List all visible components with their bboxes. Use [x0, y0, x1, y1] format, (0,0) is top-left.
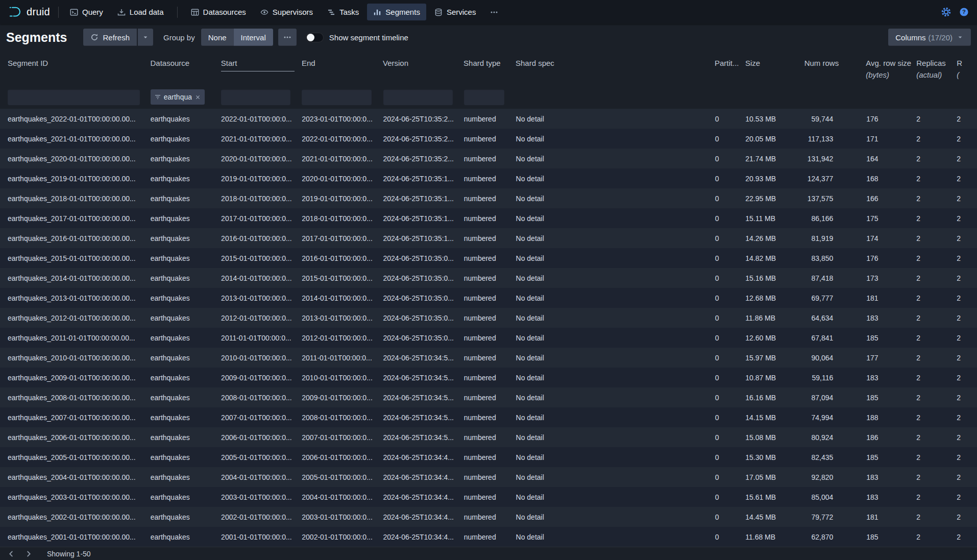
version-filter-input[interactable] [383, 89, 453, 105]
column-sublabel: (actual) [916, 70, 949, 79]
cell-segment_id: earthquakes_2014-01-01T00:00:00.00... [8, 274, 151, 282]
cell-datasource: earthquakes [151, 334, 221, 342]
toggle-switch[interactable] [306, 33, 324, 42]
chevron-left-icon [7, 550, 15, 558]
cell-avg_row_size: 181 [866, 294, 916, 302]
group-by-interval-button[interactable]: Interval [234, 29, 273, 46]
table-row[interactable]: earthquakes_2001-01-01T00:00:00.00...ear… [0, 527, 977, 547]
nav-item-datasources[interactable]: Datasources [185, 4, 252, 20]
column-header-version[interactable]: Version [383, 59, 463, 71]
segment-timeline-toggle[interactable]: Show segment timeline [306, 33, 408, 42]
cell-shard_spec: No detail [516, 413, 715, 422]
table-row[interactable]: earthquakes_2015-01-01T00:00:00.00...ear… [0, 248, 977, 268]
cell-partition_num: 0 [715, 234, 745, 242]
cell-size: 16.16 MB [745, 394, 804, 402]
cell-shard_spec: No detail [516, 294, 715, 302]
nav-item-tasks[interactable]: Tasks [321, 4, 365, 20]
caret-down-icon [142, 34, 149, 41]
table-row[interactable]: earthquakes_2016-01-01T00:00:00.00...ear… [0, 228, 977, 248]
column-header-datasource[interactable]: Datasource [150, 59, 221, 71]
table-row[interactable]: earthquakes_2017-01-01T00:00:00.00...ear… [0, 208, 977, 228]
table-row[interactable]: earthquakes_2004-01-01T00:00:00.00...ear… [0, 467, 977, 487]
table-row[interactable]: earthquakes_2005-01-01T00:00:00.00...ear… [0, 447, 977, 467]
close-icon[interactable] [194, 94, 201, 101]
table-row[interactable]: earthquakes_2003-01-01T00:00:00.00...ear… [0, 487, 977, 507]
nav-item-query[interactable]: Query [64, 4, 109, 20]
column-header-num_rows[interactable]: Num rows [804, 59, 866, 71]
table-row[interactable]: earthquakes_2018-01-01T00:00:00.00...ear… [0, 188, 977, 208]
cell-version: 2024-06-25T10:34:5... [383, 413, 463, 422]
table-row[interactable]: earthquakes_2014-01-01T00:00:00.00...ear… [0, 268, 977, 288]
cell-num_rows: 86,166 [804, 214, 866, 223]
nav-item-more[interactable] [484, 4, 504, 20]
column-header-segment_id[interactable]: Segment ID [8, 59, 150, 71]
prev-page-button[interactable] [4, 548, 18, 559]
column-header-shard_type[interactable]: Shard type [463, 59, 516, 71]
cell-replicas: 2 [916, 274, 957, 282]
filter-tag-label: earthquake [164, 93, 192, 101]
settings-button[interactable] [941, 7, 951, 17]
nav-item-supervisors[interactable]: Supervisors [254, 4, 319, 20]
cell-start: 2005-01-01T00:00:0... [221, 453, 302, 461]
column-label: Segment ID [8, 59, 143, 71]
cell-partition_num: 0 [715, 135, 745, 143]
column-header-start[interactable]: Start [221, 59, 302, 71]
cell-shard_type: numbered [464, 453, 516, 461]
cell-shard_type: numbered [464, 374, 516, 382]
column-header-replication[interactable]: R( [957, 59, 977, 79]
cell-segment_id: earthquakes_2007-01-01T00:00:00.00... [8, 413, 151, 422]
cell-end: 2012-01-01T00:00:0... [302, 334, 383, 342]
cell-avg_row_size: 188 [866, 413, 916, 422]
brand[interactable]: druid [8, 5, 53, 19]
group-by-none-button[interactable]: None [201, 29, 234, 46]
column-header-shard_spec[interactable]: Shard spec [516, 59, 715, 71]
table-row[interactable]: earthquakes_2002-01-01T00:00:00.00...ear… [0, 507, 977, 527]
table-row[interactable]: earthquakes_2013-01-01T00:00:00.00...ear… [0, 288, 977, 308]
cell-start: 2007-01-01T00:00:0... [221, 413, 302, 422]
refresh-menu-button[interactable] [138, 29, 153, 46]
help-button[interactable]: ? [959, 7, 969, 17]
nav-item-label: Datasources [203, 8, 246, 16]
more-actions-button[interactable] [278, 29, 297, 46]
end-filter-input[interactable] [302, 89, 372, 105]
nav-item-segments[interactable]: Segments [367, 4, 426, 20]
table-row[interactable]: earthquakes_2019-01-01T00:00:00.00...ear… [0, 168, 977, 188]
table-row[interactable]: earthquakes_2007-01-01T00:00:00.00...ear… [0, 407, 977, 427]
segment_id-filter-input[interactable] [8, 89, 140, 105]
table-row[interactable]: earthquakes_2022-01-01T00:00:00.00...ear… [0, 109, 977, 129]
nav-item-load-data[interactable]: Load data [111, 4, 170, 20]
cell-size: 10.53 MB [745, 115, 804, 123]
column-header-end[interactable]: End [302, 59, 383, 71]
table-row[interactable]: earthquakes_2012-01-01T00:00:00.00...ear… [0, 308, 977, 328]
datasource-filter-tag[interactable]: earthquake [151, 89, 205, 105]
column-header-size[interactable]: Size [745, 59, 804, 71]
nav-item-services[interactable]: Services [428, 4, 482, 20]
column-header-avg_row_size[interactable]: Avg. row size(bytes) [866, 59, 916, 79]
cell-replication: 2 [957, 234, 977, 242]
shard_type-filter-input[interactable] [464, 89, 504, 105]
column-header-replicas[interactable]: Replicas(actual) [916, 59, 957, 79]
cell-segment_id: earthquakes_2001-01-01T00:00:00.00... [8, 533, 151, 541]
table-row[interactable]: earthquakes_2010-01-01T00:00:00.00...ear… [0, 348, 977, 368]
start-filter-input[interactable] [221, 89, 290, 105]
cell-datasource: earthquakes [151, 234, 221, 242]
next-page-button[interactable] [21, 548, 36, 559]
table-row[interactable]: earthquakes_2009-01-01T00:00:00.00...ear… [0, 368, 977, 387]
cell-num_rows: 79,772 [804, 513, 866, 521]
table-row[interactable]: earthquakes_2008-01-01T00:00:00.00...ear… [0, 387, 977, 407]
columns-button[interactable]: Columns (17/20) [888, 29, 971, 46]
cell-replicas: 2 [916, 334, 957, 342]
cell-shard_type: numbered [464, 314, 516, 322]
table-row[interactable]: earthquakes_2006-01-01T00:00:00.00...ear… [0, 427, 977, 447]
table-row[interactable]: earthquakes_2021-01-01T00:00:00.00...ear… [0, 129, 977, 149]
column-label: Shard type [463, 59, 508, 71]
cell-segment_id: earthquakes_2012-01-01T00:00:00.00... [8, 314, 151, 322]
cell-replication: 2 [957, 533, 977, 541]
table-row[interactable]: earthquakes_2011-01-01T00:00:00.00...ear… [0, 328, 977, 348]
table-row[interactable]: earthquakes_2020-01-01T00:00:00.00...ear… [0, 149, 977, 168]
cell-replicas: 2 [916, 374, 957, 382]
column-header-partition_num[interactable]: Partit... [715, 59, 745, 71]
cell-shard_spec: No detail [516, 354, 715, 362]
refresh-button[interactable]: Refresh [83, 29, 137, 46]
cell-shard_type: numbered [464, 155, 516, 163]
